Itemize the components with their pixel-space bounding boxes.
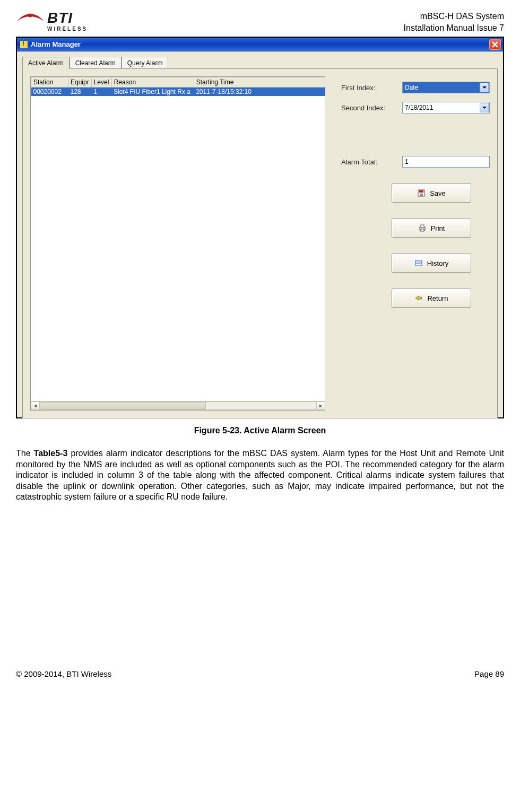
svg-rect-7 (415, 260, 422, 266)
cell-level: 1 (91, 88, 111, 97)
table-row[interactable]: 00020002 128 1 Slot4 FIU Fiber1 Light Rx… (31, 88, 325, 97)
tab-panel: Station Equipr Level Reason Starting Tim… (22, 68, 498, 418)
tab-row: Active Alarm Cleared Alarm Query Alarm (17, 51, 503, 68)
scroll-left-button[interactable]: ◄ (31, 401, 40, 410)
cell-time: 2011-7-18/15:32:10 (194, 88, 325, 97)
col-station[interactable]: Station (31, 77, 68, 88)
alarm-total-label: Alarm Total: (341, 158, 402, 166)
close-icon (492, 41, 498, 48)
save-button[interactable]: Save (392, 184, 471, 203)
history-icon (414, 259, 423, 267)
footer-page: Page 89 (474, 669, 504, 678)
alarm-total-field[interactable]: 1 (402, 156, 490, 168)
scroll-thumb[interactable] (40, 402, 206, 409)
figure-caption: Figure 5-23. Active Alarm Screen (16, 426, 504, 435)
window-titlebar[interactable]: Alarm Manager (17, 38, 503, 51)
logo-subtext: WIRELESS (47, 27, 88, 32)
history-label: History (427, 259, 448, 267)
table-header-row: Station Equipr Level Reason Starting Tim… (31, 77, 325, 88)
scroll-right-button[interactable]: ► (316, 401, 325, 410)
alarm-table-container: Station Equipr Level Reason Starting Tim… (30, 76, 325, 411)
window-title: Alarm Manager (31, 40, 81, 48)
second-index-label: Second Index: (341, 104, 402, 112)
doc-title-line1: mBSC-H DAS System (404, 11, 504, 22)
col-level[interactable]: Level (91, 77, 111, 88)
alarm-icon (20, 41, 28, 48)
document-header: BTI WIRELESS mBSC-H DAS System Installat… (16, 11, 504, 33)
horizontal-scrollbar[interactable]: ◄ ► (31, 401, 325, 410)
side-controls: First Index: Date Second Index: 7/18/201… (341, 76, 490, 411)
chevron-down-icon (480, 83, 489, 92)
cell-equip: 128 (68, 88, 92, 97)
document-footer: © 2009-2014, BTI Wireless Page 89 (16, 667, 504, 678)
first-index-label: First Index: (341, 84, 402, 92)
logo-swoosh-icon (16, 11, 45, 32)
body-paragraph: The Table5-3 provides alarm indicator de… (16, 448, 504, 502)
return-label: Return (427, 294, 448, 302)
logo: BTI WIRELESS (16, 11, 88, 32)
tab-cleared-alarm[interactable]: Cleared Alarm (70, 57, 122, 68)
first-index-value: Date (405, 84, 418, 91)
svg-rect-6 (421, 229, 424, 231)
para-lead: The (16, 449, 34, 458)
first-index-dropdown[interactable]: Date (402, 82, 490, 93)
footer-copyright: © 2009-2014, BTI Wireless (16, 669, 111, 678)
document-title: mBSC-H DAS System Installation Manual Is… (404, 11, 504, 33)
alarm-table[interactable]: Station Equipr Level Reason Starting Tim… (31, 77, 325, 96)
para-bold: Table5-3 (34, 449, 68, 458)
cell-reason: Slot4 FIU Fiber1 Light Rx a (111, 88, 194, 97)
print-label: Print (431, 224, 445, 232)
return-icon (414, 294, 423, 302)
return-button[interactable]: Return (392, 289, 471, 308)
svg-rect-5 (421, 225, 424, 228)
svg-rect-2 (419, 190, 423, 193)
close-button[interactable] (489, 39, 501, 50)
col-reason[interactable]: Reason (111, 77, 194, 88)
scroll-track[interactable] (40, 401, 316, 410)
chevron-down-icon (480, 103, 489, 112)
col-equipr[interactable]: Equipr (68, 77, 92, 88)
logo-brand: BTI (47, 11, 88, 25)
save-label: Save (430, 189, 446, 197)
svg-point-0 (29, 14, 32, 18)
save-icon (417, 189, 426, 197)
para-rest: provides alarm indicator descriptions fo… (16, 449, 504, 501)
second-index-dropdown[interactable]: 7/18/2011 (402, 102, 490, 113)
print-icon (418, 224, 427, 232)
second-index-value: 7/18/2011 (405, 104, 433, 111)
alarm-total-value: 1 (405, 158, 409, 165)
col-starting-time[interactable]: Starting Time (194, 77, 325, 88)
tab-active-alarm[interactable]: Active Alarm (22, 57, 70, 69)
cell-station: 00020002 (31, 88, 68, 97)
print-button[interactable]: Print (392, 219, 471, 238)
svg-rect-3 (420, 194, 423, 196)
doc-title-line2: Installation Manual Issue 7 (404, 22, 504, 34)
alarm-manager-window: Alarm Manager Active Alarm Cleared Alarm… (16, 37, 504, 418)
history-button[interactable]: History (392, 254, 471, 273)
tab-query-alarm[interactable]: Query Alarm (122, 57, 169, 68)
